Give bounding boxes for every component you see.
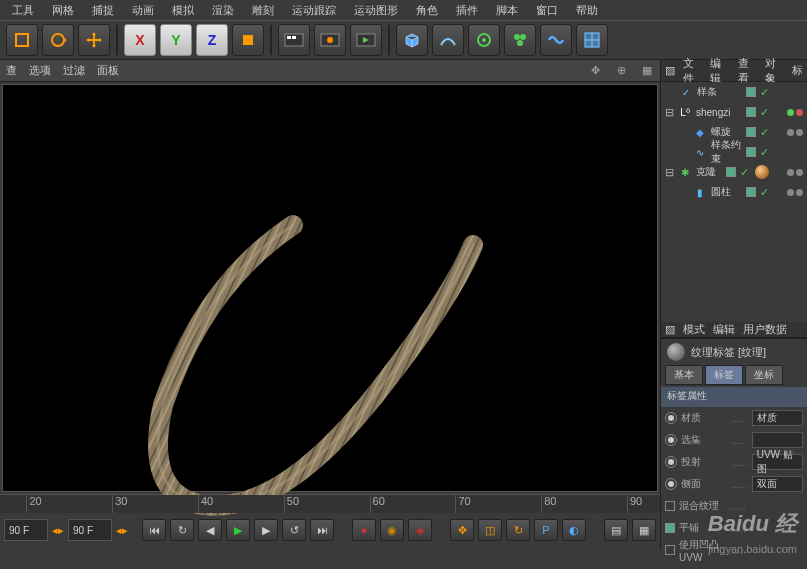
fcurve-button[interactable]: ▤	[604, 519, 628, 541]
tree-item-样条[interactable]: ✓样条✓	[661, 82, 807, 102]
vp-menu-options[interactable]: 选项	[29, 63, 51, 78]
menu-render[interactable]: 渲染	[204, 1, 242, 20]
hatch-icon: ▨	[665, 323, 675, 336]
svg-point-12	[520, 34, 526, 40]
vp-zoom-icon[interactable]: ⊕	[614, 64, 628, 78]
menu-sculpt[interactable]: 雕刻	[244, 1, 282, 20]
tick: 80	[541, 495, 556, 513]
prop-侧面[interactable]: 侧面......双面	[661, 473, 807, 495]
cube-primitive-button[interactable]	[396, 24, 428, 56]
tick: 50	[284, 495, 299, 513]
tree-item-样条约束[interactable]: ∿样条约束✓	[661, 142, 807, 162]
viewport-header: 查 选项 过滤 面板 ✥ ⊕ ▦	[0, 60, 660, 82]
y-axis-button[interactable]: Y	[160, 24, 192, 56]
svg-point-10	[482, 38, 486, 42]
subtab-basic[interactable]: 基本	[665, 365, 703, 385]
z-axis-button[interactable]: Z	[196, 24, 228, 56]
attr-tab-mode[interactable]: 模式	[683, 322, 705, 337]
tab-file[interactable]: 文件	[683, 56, 702, 86]
tick: 30	[112, 495, 127, 513]
subtab-tag[interactable]: 标签	[705, 365, 743, 385]
rotate-tool[interactable]	[42, 24, 74, 56]
prop-使用凹凸 UVW[interactable]: 使用凹凸 UVW......	[661, 539, 807, 561]
svg-rect-0	[16, 34, 28, 46]
menu-snap[interactable]: 捕捉	[84, 1, 122, 20]
prop-混合纹理[interactable]: 混合纹理......	[661, 495, 807, 517]
svg-point-13	[517, 40, 523, 46]
right-panel: ▨ 文件 编辑 查看 对象 标 ✓样条✓⊟L⁰shengzi✓◆螺旋✓∿样条约束…	[660, 60, 807, 550]
tab-object[interactable]: 对象	[765, 56, 784, 86]
tick: 90	[627, 495, 642, 513]
attr-title-text: 纹理标签 [纹理]	[691, 345, 766, 360]
move-tool[interactable]	[78, 24, 110, 56]
render-view-button[interactable]	[278, 24, 310, 56]
menu-script[interactable]: 脚本	[488, 1, 526, 20]
svg-rect-4	[287, 36, 291, 39]
object-tree[interactable]: ✓样条✓⊟L⁰shengzi✓◆螺旋✓∿样条约束✓⊟✱克隆✓▮圆柱✓	[661, 82, 807, 322]
svg-point-11	[514, 34, 520, 40]
vp-grid-icon[interactable]: ▦	[640, 64, 654, 78]
menu-window[interactable]: 窗口	[528, 1, 566, 20]
attribute-panel: 纹理标签 [纹理] 基本 标签 坐标 标签属性 材质......材质选集....…	[661, 338, 807, 561]
environment-button[interactable]	[576, 24, 608, 56]
vp-menu-filter[interactable]: 过滤	[63, 63, 85, 78]
attr-manager-tabs: ▨ 模式 编辑 用户数据	[661, 322, 807, 338]
3d-viewport[interactable]	[2, 84, 658, 492]
tab-edit[interactable]: 编辑	[710, 56, 729, 86]
attr-tab-edit[interactable]: 编辑	[713, 322, 735, 337]
render-region-button[interactable]	[314, 24, 346, 56]
frame-start-input[interactable]	[4, 519, 48, 541]
menu-mograph[interactable]: 运动图形	[346, 1, 406, 20]
menu-bar: 工具 网格 捕捉 动画 模拟 渲染 雕刻 运动跟踪 运动图形 角色 插件 脚本 …	[0, 0, 807, 20]
dopesheet-button[interactable]: ▦	[632, 519, 656, 541]
section-header: 标签属性	[661, 387, 807, 407]
prop-平铺[interactable]: 平铺......	[661, 517, 807, 539]
prop-投射[interactable]: 投射......UVW 贴图	[661, 451, 807, 473]
svg-rect-2	[243, 35, 253, 45]
timeline-ruler[interactable]: 20 30 40 50 60 70 80 90	[0, 495, 660, 513]
svg-rect-5	[292, 36, 296, 39]
tree-item-shengzi[interactable]: ⊟L⁰shengzi✓	[661, 102, 807, 122]
hatch-icon: ▨	[665, 64, 675, 77]
select-tool[interactable]	[6, 24, 38, 56]
menu-track[interactable]: 运动跟踪	[284, 1, 344, 20]
spline-button[interactable]	[432, 24, 464, 56]
svg-point-1	[52, 34, 64, 46]
tab-view[interactable]: 查看	[738, 56, 757, 86]
tree-item-圆柱[interactable]: ▮圆柱✓	[661, 182, 807, 202]
tick: 60	[370, 495, 385, 513]
generator-button[interactable]	[504, 24, 536, 56]
nurbs-button[interactable]	[468, 24, 500, 56]
tick: 70	[455, 495, 470, 513]
deformer-button[interactable]	[540, 24, 572, 56]
pla-key-button[interactable]: ◐	[562, 519, 586, 541]
menu-sim[interactable]: 模拟	[164, 1, 202, 20]
vp-nav-icon[interactable]: ✥	[588, 64, 602, 78]
menu-anim[interactable]: 动画	[124, 1, 162, 20]
object-manager-tabs: ▨ 文件 编辑 查看 对象 标	[661, 60, 807, 82]
subtab-coord[interactable]: 坐标	[745, 365, 783, 385]
frame-current-input[interactable]	[68, 519, 112, 541]
x-axis-button[interactable]: X	[124, 24, 156, 56]
menu-plugin[interactable]: 插件	[448, 1, 486, 20]
svg-rect-3	[285, 34, 303, 46]
tab-tag[interactable]: 标	[792, 63, 803, 78]
svg-point-7	[327, 37, 333, 43]
param-key-button[interactable]: P	[534, 519, 558, 541]
vp-menu-view[interactable]: 查	[6, 63, 17, 78]
tick: 20	[26, 495, 41, 513]
attr-tab-userdata[interactable]: 用户数据	[743, 322, 787, 337]
render-queue-button[interactable]	[350, 24, 382, 56]
tick: 40	[198, 495, 213, 513]
coord-button[interactable]	[232, 24, 264, 56]
prop-材质[interactable]: 材质......材质	[661, 407, 807, 429]
menu-char[interactable]: 角色	[408, 1, 446, 20]
menu-mesh[interactable]: 网格	[44, 1, 82, 20]
menu-tools[interactable]: 工具	[4, 1, 42, 20]
menu-help[interactable]: 帮助	[568, 1, 606, 20]
material-sphere-icon	[667, 343, 685, 361]
vp-menu-panel[interactable]: 面板	[97, 63, 119, 78]
rope-object	[123, 205, 523, 525]
main-toolbar: X Y Z	[0, 20, 807, 60]
